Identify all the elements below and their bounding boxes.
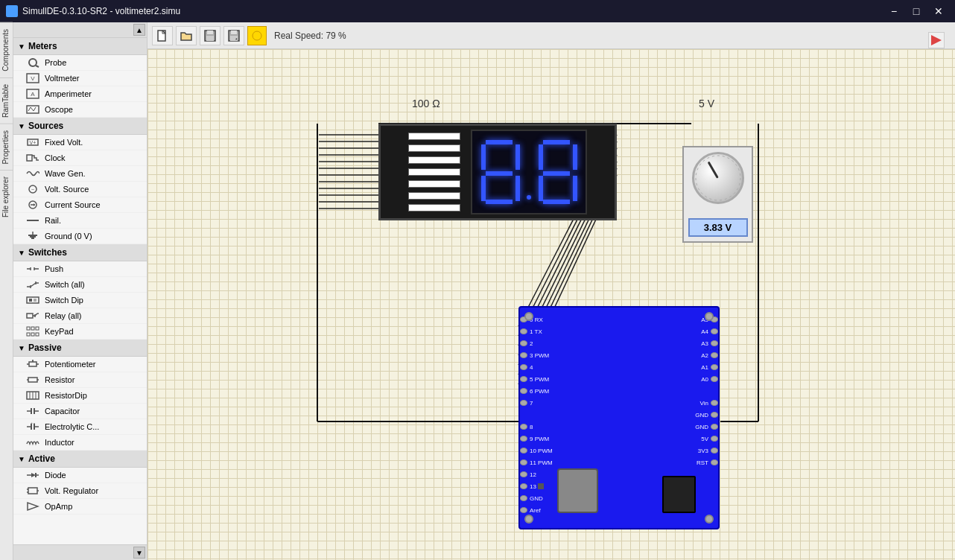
- sidebar-item-ground[interactable]: Ground (0 V): [13, 229, 147, 244]
- sidebar-item-switch-all[interactable]: Switch (all): [13, 277, 147, 293]
- inductor-label: Inductor: [45, 438, 74, 447]
- save-as-button[interactable]: *: [223, 26, 244, 45]
- voltmeter-icon: V: [25, 73, 40, 83]
- simulate-button[interactable]: [247, 26, 267, 45]
- section-switches[interactable]: ▼ Switches: [13, 244, 147, 261]
- svg-rect-69: [28, 488, 37, 494]
- svg-line-26: [31, 283, 36, 287]
- sidebar-item-keypad[interactable]: KeyPad: [13, 324, 147, 340]
- minimize-button[interactable]: −: [883, 3, 904, 19]
- sidebar-item-oscope[interactable]: Oscope: [13, 102, 147, 118]
- keypad-icon: [25, 326, 40, 337]
- svg-text:V+: V+: [30, 140, 37, 145]
- svg-text:+: +: [31, 421, 33, 425]
- open-button[interactable]: [176, 26, 197, 45]
- meters-arrow: ▼: [18, 42, 25, 51]
- amperimeter-icon: A: [25, 89, 40, 99]
- speed-label: Real Speed: 79 %: [274, 31, 346, 41]
- canvas-area[interactable]: 100 Ω 5 V: [147, 49, 955, 560]
- sidebar-scroll-down[interactable]: ▼: [133, 547, 145, 559]
- probe-label: Probe: [45, 58, 66, 67]
- sidebar-item-capacitor[interactable]: Capacitor: [13, 404, 147, 419]
- save-button[interactable]: [200, 26, 220, 45]
- voltmeter-dial[interactable]: [692, 152, 744, 204]
- sidebar-item-opamp[interactable]: OpAmp: [13, 499, 147, 515]
- close-button[interactable]: ✕: [928, 3, 949, 19]
- voltmeter-widget[interactable]: 3.83 V: [682, 146, 753, 243]
- voltage-source-label: 5 V: [699, 98, 714, 109]
- capacitor-icon: [25, 406, 40, 416]
- app-icon: [6, 5, 18, 17]
- amperimeter-label: Amperimeter: [45, 89, 92, 98]
- clock-icon: [25, 153, 40, 163]
- sidebar-item-voltmeter[interactable]: V Voltmeter: [13, 71, 147, 86]
- svg-rect-39: [36, 327, 39, 330]
- sidebar-item-volt-source[interactable]: ~ Volt. Source: [13, 182, 147, 197]
- sidebar-item-rail[interactable]: Rail.: [13, 213, 147, 229]
- svg-text:~: ~: [31, 187, 34, 192]
- active-label: Active: [28, 454, 55, 464]
- diode-label: Diode: [45, 471, 66, 480]
- sidebar-item-inductor[interactable]: Inductor: [13, 435, 147, 451]
- svg-rect-42: [36, 333, 39, 336]
- potentiometer-icon: [25, 359, 40, 369]
- sidebar-item-resistor[interactable]: Resistor: [13, 372, 147, 388]
- decimal-point: [527, 195, 531, 200]
- seven-segment-display[interactable]: [378, 124, 617, 220]
- voltmeter-reading: 3.83 V: [688, 218, 748, 237]
- svg-point-0: [29, 59, 37, 66]
- new-button[interactable]: [152, 26, 173, 45]
- sidebar-item-current-source[interactable]: Current Source: [13, 197, 147, 213]
- tab-file-explorer[interactable]: File explorer: [0, 170, 13, 223]
- sources-items: V+ Fixed Volt. Clock Wave Gen. ~: [13, 135, 147, 244]
- passive-items: Potentiometer Resistor ResistorDip Capac…: [13, 357, 147, 451]
- maximize-button[interactable]: □: [906, 3, 927, 19]
- arduino-board[interactable]: 0 RX 1 TX 2 3 PWM 4 5 PWM: [518, 306, 720, 529]
- sidebar-item-diode[interactable]: Diode: [13, 468, 147, 483]
- sidebar-item-push[interactable]: Push: [13, 261, 147, 277]
- section-meters[interactable]: ▼ Meters: [13, 38, 147, 55]
- svg-marker-14: [34, 203, 35, 206]
- volt-regulator-label: Volt. Regulator: [45, 486, 98, 495]
- sidebar-item-fixed-volt[interactable]: V+ Fixed Volt.: [13, 135, 147, 150]
- fixed-volt-label: Fixed Volt.: [45, 138, 83, 147]
- arduino-usb-connector: [557, 468, 598, 513]
- vertical-tabs: Components RamTable Properties File expl…: [0, 22, 13, 560]
- titlebar-controls[interactable]: − □ ✕: [883, 3, 949, 19]
- sidebar-item-relay-all[interactable]: Relay (all): [13, 308, 147, 324]
- svg-text:*: *: [235, 37, 238, 42]
- sidebar-item-potentiometer[interactable]: Potentiometer: [13, 357, 147, 372]
- tab-ramtable[interactable]: RamTable: [0, 77, 13, 124]
- electrolytic-icon: +: [25, 421, 40, 432]
- info-icon[interactable]: [928, 32, 945, 48]
- digit-2: [537, 139, 578, 206]
- passive-arrow: ▼: [18, 344, 25, 352]
- section-active[interactable]: ▼ Active: [13, 451, 147, 468]
- section-passive[interactable]: ▼ Passive: [13, 340, 147, 357]
- ladder-row: [408, 192, 460, 200]
- sidebar-item-volt-regulator[interactable]: Volt. Regulator: [13, 483, 147, 499]
- svg-rect-49: [28, 378, 37, 382]
- sidebar-item-wave-gen[interactable]: Wave Gen.: [13, 166, 147, 182]
- sidebar-item-clock[interactable]: Clock: [13, 150, 147, 166]
- sidebar-item-probe[interactable]: Probe: [13, 55, 147, 71]
- keypad-label: KeyPad: [45, 327, 74, 336]
- svg-rect-37: [27, 327, 30, 330]
- mount-hole-br: [705, 515, 714, 524]
- sidebar-item-switch-dip[interactable]: Switch Dip: [13, 293, 147, 308]
- tab-properties[interactable]: Properties: [0, 124, 13, 171]
- sidebar-item-amperimeter[interactable]: A Amperimeter: [13, 86, 147, 102]
- svg-line-35: [35, 314, 37, 316]
- svg-rect-30: [29, 299, 32, 302]
- tab-components[interactable]: Components: [0, 22, 13, 77]
- active-items: Diode Volt. Regulator OpAmp: [13, 468, 147, 515]
- sidebar-item-electrolytic[interactable]: + Electrolytic C...: [13, 419, 147, 435]
- sidebar-scroll-up[interactable]: ▲: [133, 24, 145, 36]
- ground-label: Ground (0 V): [45, 232, 92, 241]
- sidebar-item-resistor-dip[interactable]: ResistorDip: [13, 388, 147, 404]
- titlebar-left: SimullDE-0.3.10-SR2 - voltimeter2.simu: [6, 5, 180, 17]
- section-sources[interactable]: ▼ Sources: [13, 118, 147, 135]
- relay-all-icon: [25, 311, 40, 321]
- switch-dip-label: Switch Dip: [45, 296, 83, 305]
- opamp-label: OpAmp: [45, 502, 72, 511]
